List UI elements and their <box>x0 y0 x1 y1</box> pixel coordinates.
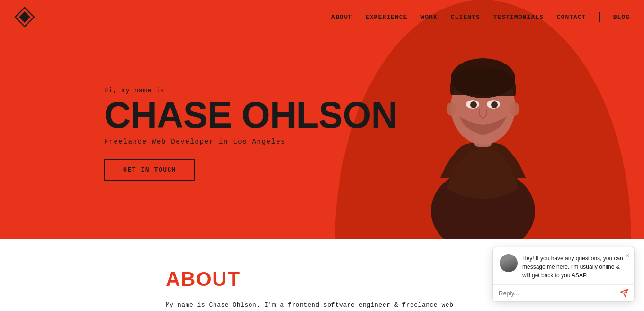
svg-point-6 <box>447 102 456 116</box>
nav-work[interactable]: WORK <box>420 14 437 21</box>
nav-divider <box>599 12 600 22</box>
svg-point-7 <box>510 102 519 116</box>
person-svg <box>402 12 564 239</box>
chat-widget: Hey! If you have any questions, you can … <box>492 247 635 302</box>
nav-contact[interactable]: CONTACT <box>557 14 586 21</box>
chat-avatar-image <box>500 254 518 272</box>
logo-icon <box>14 7 35 27</box>
logo-link[interactable] <box>14 7 35 27</box>
hero-subtitle: Freelance Web Developer in Los Angeles <box>104 138 397 146</box>
chat-header: Hey! If you have any questions, you can … <box>493 247 634 284</box>
hero-intro-text: Hi, my name is <box>104 87 397 94</box>
chat-reply-input[interactable] <box>499 290 616 297</box>
nav-experience[interactable]: EXPERIENCE <box>366 14 407 21</box>
about-text: My name is Chase Ohlson. I'm a frontend … <box>166 300 478 311</box>
hero-name: CHASE OHLSON <box>104 96 397 133</box>
send-icon <box>620 289 628 297</box>
nav-clients[interactable]: CLIENTS <box>451 14 480 21</box>
nav-blog[interactable]: BLOG <box>613 14 630 21</box>
svg-point-11 <box>491 101 498 108</box>
hero-section: Hi, my name is CHASE OHLSON Freelance We… <box>0 0 644 239</box>
nav-about[interactable]: ABOUT <box>331 14 352 21</box>
chat-message: Hey! If you have any questions, you can … <box>522 254 627 280</box>
chat-send-button[interactable] <box>620 289 628 297</box>
nav-testimonials[interactable]: TESTIMONIALS <box>493 14 544 21</box>
svg-point-10 <box>470 101 477 108</box>
svg-marker-1 <box>19 11 30 23</box>
chat-close-button[interactable]: × <box>626 252 629 259</box>
chat-input-row <box>493 284 634 301</box>
nav-links: ABOUT EXPERIENCE WORK CLIENTS TESTIMONIA… <box>331 12 630 22</box>
get-in-touch-button[interactable]: GET IN TOUCH <box>104 159 195 181</box>
chat-avatar <box>500 254 518 272</box>
main-nav: ABOUT EXPERIENCE WORK CLIENTS TESTIMONIA… <box>0 0 644 34</box>
about-title: ABOUT <box>166 268 478 291</box>
hero-content: Hi, my name is CHASE OHLSON Freelance We… <box>0 58 397 181</box>
